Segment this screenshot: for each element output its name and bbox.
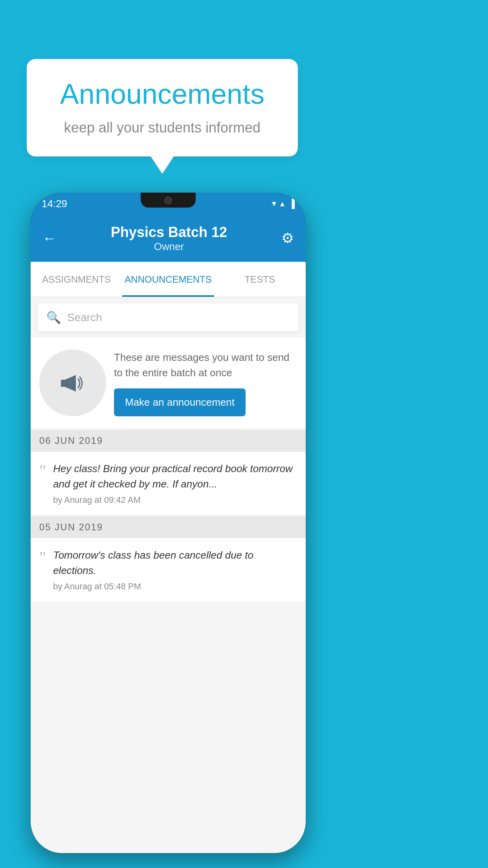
megaphone-graphic — [57, 367, 88, 399]
announcement-content-1: Hey class! Bring your practical record b… — [53, 461, 297, 505]
announcement-meta-1: by Anurag at 09:42 AM — [53, 495, 297, 505]
phone-camera — [164, 197, 172, 204]
settings-icon[interactable]: ⚙ — [281, 230, 294, 246]
date-separator-1: 06 JUN 2019 — [31, 430, 306, 452]
announcement-text-1: Hey class! Bring your practical record b… — [53, 461, 297, 492]
bubble-subtitle: keep all your students informed — [49, 120, 276, 136]
app-header: ← Physics Batch 12 Owner ⚙ — [31, 215, 306, 262]
phone-wrapper: 14:29 ▾ ▴ ▐ ← Physics Batch 12 Owner ⚙ A… — [31, 193, 306, 853]
date-separator-2: 05 JUN 2019 — [31, 516, 306, 538]
tab-bar: ASSIGNMENTS ANNOUNCEMENTS TESTS — [31, 262, 306, 297]
content-area: 🔍 Search — [31, 297, 306, 853]
announcement-item-1[interactable]: " Hey class! Bring your practical record… — [31, 452, 306, 515]
search-placeholder-text: Search — [67, 311, 102, 324]
back-button[interactable]: ← — [42, 230, 57, 246]
announcement-meta-2: by Anurag at 05:48 PM — [53, 581, 297, 592]
phone-notch — [141, 193, 196, 208]
header-title-block: Physics Batch 12 Owner — [111, 224, 227, 253]
header-subtitle: Owner — [111, 241, 227, 253]
svg-rect-0 — [61, 380, 66, 387]
promo-icon-circle — [39, 349, 106, 416]
tab-announcements[interactable]: ANNOUNCEMENTS — [122, 262, 214, 297]
tab-tests[interactable]: TESTS — [214, 262, 306, 297]
status-icons: ▾ ▴ ▐ — [272, 199, 295, 209]
quote-icon-1: " — [39, 463, 46, 479]
announcement-item-2[interactable]: " Tomorrow's class has been cancelled du… — [31, 538, 306, 601]
bubble-title: Announcements — [49, 78, 276, 110]
announcement-text-2: Tomorrow's class has been cancelled due … — [53, 548, 297, 578]
announcement-content-2: Tomorrow's class has been cancelled due … — [53, 548, 297, 592]
header-title: Physics Batch 12 — [111, 224, 227, 241]
search-icon: 🔍 — [46, 311, 61, 324]
wifi-icon: ▾ — [272, 199, 276, 209]
phone-frame: 14:29 ▾ ▴ ▐ ← Physics Batch 12 Owner ⚙ A… — [31, 193, 306, 853]
battery-icon: ▐ — [288, 199, 295, 209]
signal-icon: ▴ — [280, 199, 284, 209]
tab-assignments[interactable]: ASSIGNMENTS — [31, 262, 122, 297]
promo-message: These are messages you want to send to t… — [114, 350, 297, 381]
make-announcement-button[interactable]: Make an announcement — [114, 388, 246, 416]
speech-bubble-container: Announcements keep all your students inf… — [27, 59, 298, 156]
promo-right: These are messages you want to send to t… — [114, 350, 297, 416]
quote-icon-2: " — [39, 549, 46, 566]
speech-bubble: Announcements keep all your students inf… — [27, 59, 298, 156]
status-time: 14:29 — [42, 198, 67, 210]
search-bar[interactable]: 🔍 Search — [38, 303, 299, 331]
announcement-promo: These are messages you want to send to t… — [31, 338, 306, 428]
